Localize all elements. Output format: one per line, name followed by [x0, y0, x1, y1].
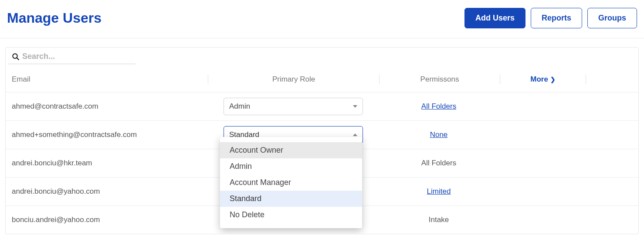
- permission-link[interactable]: All Folders: [421, 102, 456, 110]
- caret-down-icon: [353, 105, 357, 108]
- cell-email: andrei.bonciu@yahoo.com: [6, 187, 208, 196]
- permission-text: Intake: [429, 216, 449, 224]
- column-more[interactable]: More ❯: [500, 75, 586, 84]
- role-dropdown: Account Owner Admin Account Manager Stan…: [220, 137, 362, 228]
- cell-email: andrei.bonciu@hkr.team: [6, 159, 208, 168]
- search-icon: [12, 53, 20, 61]
- header-buttons: Add Users Reports Groups: [464, 8, 637, 28]
- cell-email: ahmed+something@contractsafe.com: [6, 130, 208, 139]
- permission-link[interactable]: None: [430, 130, 448, 139]
- column-divider: [586, 75, 586, 84]
- cell-email: ahmed@contractsafe.com: [6, 102, 208, 111]
- cell-permissions: All Folders: [379, 102, 499, 111]
- cell-permissions: None: [379, 130, 499, 139]
- page-title: Manage Users: [7, 10, 102, 26]
- table-header: Email Primary Role Permissons More ❯: [6, 64, 638, 92]
- permission-link[interactable]: Limited: [427, 187, 451, 195]
- column-primary-role[interactable]: Primary Role: [208, 75, 379, 84]
- reports-button[interactable]: Reports: [531, 8, 582, 28]
- cell-permissions: Intake: [379, 216, 499, 224]
- role-option[interactable]: Admin: [220, 158, 362, 175]
- role-option[interactable]: Account Owner: [220, 142, 362, 158]
- role-option[interactable]: No Delete: [220, 207, 362, 223]
- add-users-button[interactable]: Add Users: [464, 8, 525, 28]
- chevron-right-icon: ❯: [550, 76, 556, 83]
- search-input[interactable]: [22, 52, 132, 61]
- svg-point-0: [13, 54, 17, 58]
- role-option[interactable]: Standard: [220, 191, 362, 207]
- role-option[interactable]: Account Manager: [220, 175, 362, 191]
- groups-button[interactable]: Groups: [587, 8, 637, 28]
- users-panel: Email Primary Role Permissons More ❯ ahm…: [5, 47, 639, 234]
- cell-permissions: All Folders: [379, 159, 499, 168]
- more-label: More: [530, 75, 548, 83]
- search-field[interactable]: [8, 48, 136, 64]
- content: Email Primary Role Permissons More ❯ ahm…: [0, 47, 644, 234]
- role-select[interactable]: Admin: [224, 98, 363, 115]
- cell-email: bonciu.andrei@yahoo.com: [6, 216, 208, 224]
- table-row: ahmed@contractsafe.com Admin All Folders: [6, 92, 638, 120]
- column-permissions[interactable]: Permissons: [380, 75, 500, 84]
- permission-text: All Folders: [421, 159, 456, 167]
- table-rows: ahmed@contractsafe.com Admin All Folders…: [6, 92, 638, 234]
- cell-role: Admin: [208, 98, 379, 115]
- role-select-value: Admin: [229, 102, 250, 111]
- svg-line-1: [17, 58, 19, 60]
- column-email[interactable]: Email: [6, 75, 208, 84]
- page-header: Manage Users Add Users Reports Groups: [0, 0, 644, 38]
- cell-permissions: Limited: [379, 187, 499, 196]
- caret-up-icon: [353, 133, 357, 136]
